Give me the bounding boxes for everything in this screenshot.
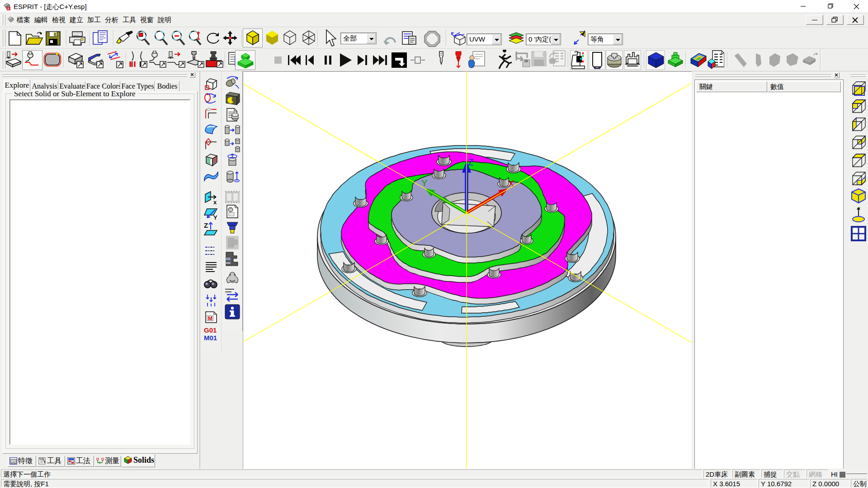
- svg-text:Y: Y: [213, 214, 217, 221]
- svg-text:Z: Z: [468, 157, 473, 167]
- svg-text:Z: Z: [204, 221, 208, 229]
- svg-text:E: E: [8, 7, 10, 10]
- svg-text:x: x: [213, 199, 217, 205]
- svg-text:Y: Y: [421, 178, 427, 188]
- svg-text:M: M: [208, 315, 212, 322]
